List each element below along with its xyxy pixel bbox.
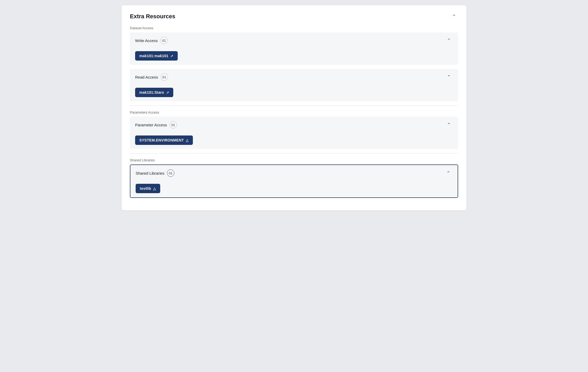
read-access-label: Read Access: [135, 75, 158, 79]
shared-libraries-row: Shared Libraries 01 ⌃: [130, 165, 458, 181]
shared-libraries-count: 01: [167, 169, 174, 177]
write-access-tag-row: mak101:mak101 ➚: [130, 49, 458, 65]
dataset-access-label: Dataset Access: [130, 26, 153, 30]
parameter-access-tag-button[interactable]: SYSTEM.ENVIRONMENT △: [135, 135, 193, 145]
dataset-access-label-row: Dataset Access: [130, 26, 458, 30]
parameter-access-block: Parameter Access 01 ⌃ SYSTEM.ENVIRONMENT…: [130, 117, 458, 149]
shared-libraries-block: Shared Libraries 01 ⌃ testlib △: [130, 164, 458, 198]
write-access-tag-text: mak101:mak101: [139, 54, 168, 58]
parameters-access-label-row: Parameters Access: [130, 110, 458, 115]
shared-libraries-label-group: Shared Libraries 01: [136, 169, 174, 177]
shared-libraries-tag-button[interactable]: testlib △: [136, 184, 160, 193]
parameters-access-group: Parameters Access Parameter Access 01 ⌃ …: [130, 110, 458, 149]
copy-icon: △: [186, 138, 188, 142]
read-access-count: 01: [161, 73, 168, 81]
parameter-access-row: Parameter Access 01 ⌃: [130, 117, 458, 133]
read-access-tag-row: mak101:Stars ➚: [130, 85, 458, 101]
write-access-toggle[interactable]: ⌃: [445, 37, 453, 44]
panel-title: Extra Resources: [130, 13, 175, 20]
copy-icon-2: △: [153, 187, 156, 191]
panel-header: Extra Resources ⌃: [130, 13, 458, 20]
shared-libraries-tag-text: testlib: [140, 186, 151, 191]
parameters-access-label: Parameters Access: [130, 110, 159, 114]
write-access-row: Write Access 01 ⌃: [130, 32, 458, 49]
parameter-access-count: 01: [170, 121, 177, 128]
read-access-tag-text: mak101:Stars: [139, 90, 164, 95]
read-access-label-group: Read Access 01: [135, 73, 168, 81]
external-link-icon-2: ➚: [166, 91, 169, 95]
parameter-access-tag-text: SYSTEM.ENVIRONMENT: [139, 138, 184, 142]
parameter-access-label-group: Parameter Access 01: [135, 121, 177, 128]
dataset-access-group: Dataset Access Write Access 01 ⌃ mak101:…: [130, 26, 458, 101]
read-access-row: Read Access 01 ⌃: [130, 69, 458, 85]
shared-libraries-section-label: Shared Libraries: [130, 158, 155, 162]
read-access-toggle[interactable]: ⌃: [445, 73, 453, 81]
section-separator-2: [130, 153, 458, 153]
read-access-tag-button[interactable]: mak101:Stars ➚: [135, 88, 173, 97]
external-link-icon: ➚: [170, 54, 173, 58]
shared-libraries-label-row: Shared Libraries: [130, 158, 458, 162]
write-access-label: Write Access: [135, 38, 158, 43]
write-access-count: 01: [160, 37, 168, 44]
shared-libraries-tag-row: testlib △: [130, 181, 458, 197]
section-separator-1: [130, 105, 458, 106]
read-access-block: Read Access 01 ⌃ mak101:Stars ➚: [130, 69, 458, 101]
extra-resources-panel: Extra Resources ⌃ Dataset Access Write A…: [122, 5, 466, 210]
panel-close-button[interactable]: ⌃: [450, 13, 458, 20]
parameter-access-tag-row: SYSTEM.ENVIRONMENT △: [130, 133, 458, 149]
write-access-label-group: Write Access 01: [135, 37, 168, 44]
parameter-access-label: Parameter Access: [135, 123, 167, 127]
write-access-block: Write Access 01 ⌃ mak101:mak101 ➚: [130, 32, 458, 65]
shared-libraries-group: Shared Libraries Shared Libraries 01 ⌃ t…: [130, 158, 458, 198]
shared-libraries-label: Shared Libraries: [136, 171, 164, 175]
parameter-access-toggle[interactable]: ⌃: [445, 121, 453, 129]
write-access-tag-button[interactable]: mak101:mak101 ➚: [135, 51, 178, 61]
shared-libraries-toggle[interactable]: ⌃: [444, 169, 452, 177]
